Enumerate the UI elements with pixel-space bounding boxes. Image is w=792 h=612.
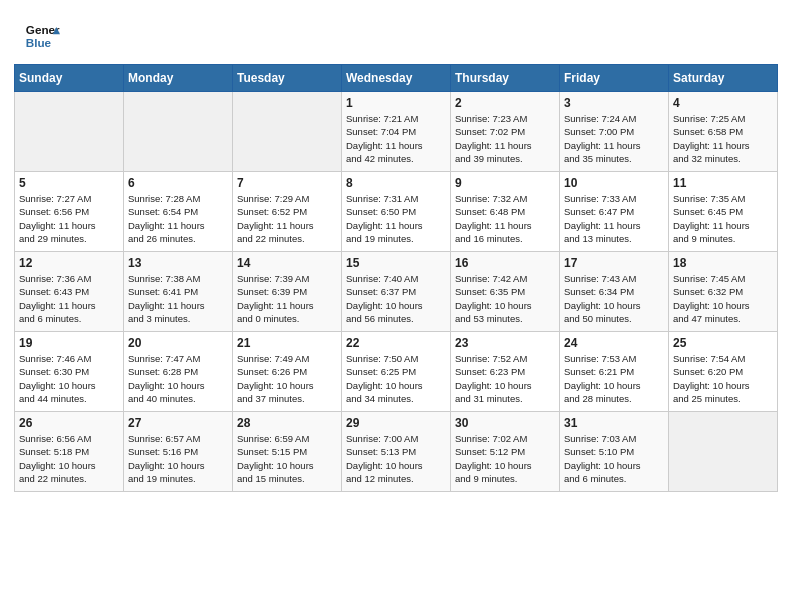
day-number: 24 bbox=[564, 336, 664, 350]
calendar-day-cell: 4Sunrise: 7:25 AM Sunset: 6:58 PM Daylig… bbox=[669, 92, 778, 172]
day-info: Sunrise: 7:47 AM Sunset: 6:28 PM Dayligh… bbox=[128, 352, 228, 405]
weekday-header-cell: Saturday bbox=[669, 65, 778, 92]
weekday-header-row: SundayMondayTuesdayWednesdayThursdayFrid… bbox=[15, 65, 778, 92]
day-info: Sunrise: 6:59 AM Sunset: 5:15 PM Dayligh… bbox=[237, 432, 337, 485]
day-number: 31 bbox=[564, 416, 664, 430]
svg-text:Blue: Blue bbox=[26, 36, 52, 49]
weekday-header-cell: Wednesday bbox=[342, 65, 451, 92]
day-info: Sunrise: 7:35 AM Sunset: 6:45 PM Dayligh… bbox=[673, 192, 773, 245]
calendar-day-cell: 18Sunrise: 7:45 AM Sunset: 6:32 PM Dayli… bbox=[669, 252, 778, 332]
weekday-header-cell: Sunday bbox=[15, 65, 124, 92]
calendar-day-cell: 28Sunrise: 6:59 AM Sunset: 5:15 PM Dayli… bbox=[233, 412, 342, 492]
calendar-week-row: 1Sunrise: 7:21 AM Sunset: 7:04 PM Daylig… bbox=[15, 92, 778, 172]
calendar-day-cell: 19Sunrise: 7:46 AM Sunset: 6:30 PM Dayli… bbox=[15, 332, 124, 412]
calendar-day-cell: 9Sunrise: 7:32 AM Sunset: 6:48 PM Daylig… bbox=[451, 172, 560, 252]
day-number: 30 bbox=[455, 416, 555, 430]
day-info: Sunrise: 6:57 AM Sunset: 5:16 PM Dayligh… bbox=[128, 432, 228, 485]
day-info: Sunrise: 7:24 AM Sunset: 7:00 PM Dayligh… bbox=[564, 112, 664, 165]
calendar-week-row: 5Sunrise: 7:27 AM Sunset: 6:56 PM Daylig… bbox=[15, 172, 778, 252]
calendar-table: SundayMondayTuesdayWednesdayThursdayFrid… bbox=[14, 64, 778, 492]
day-number: 3 bbox=[564, 96, 664, 110]
calendar-day-cell: 27Sunrise: 6:57 AM Sunset: 5:16 PM Dayli… bbox=[124, 412, 233, 492]
calendar-day-cell: 12Sunrise: 7:36 AM Sunset: 6:43 PM Dayli… bbox=[15, 252, 124, 332]
calendar-day-cell bbox=[15, 92, 124, 172]
day-number: 23 bbox=[455, 336, 555, 350]
day-info: Sunrise: 7:33 AM Sunset: 6:47 PM Dayligh… bbox=[564, 192, 664, 245]
day-number: 11 bbox=[673, 176, 773, 190]
calendar-body: 1Sunrise: 7:21 AM Sunset: 7:04 PM Daylig… bbox=[15, 92, 778, 492]
day-info: Sunrise: 7:53 AM Sunset: 6:21 PM Dayligh… bbox=[564, 352, 664, 405]
day-number: 29 bbox=[346, 416, 446, 430]
calendar-day-cell: 22Sunrise: 7:50 AM Sunset: 6:25 PM Dayli… bbox=[342, 332, 451, 412]
logo-icon: General Blue bbox=[24, 18, 60, 54]
day-info: Sunrise: 7:39 AM Sunset: 6:39 PM Dayligh… bbox=[237, 272, 337, 325]
day-number: 21 bbox=[237, 336, 337, 350]
day-number: 17 bbox=[564, 256, 664, 270]
weekday-header-cell: Friday bbox=[560, 65, 669, 92]
calendar-day-cell: 20Sunrise: 7:47 AM Sunset: 6:28 PM Dayli… bbox=[124, 332, 233, 412]
day-info: Sunrise: 7:03 AM Sunset: 5:10 PM Dayligh… bbox=[564, 432, 664, 485]
day-number: 18 bbox=[673, 256, 773, 270]
weekday-header-cell: Monday bbox=[124, 65, 233, 92]
day-info: Sunrise: 7:02 AM Sunset: 5:12 PM Dayligh… bbox=[455, 432, 555, 485]
calendar-day-cell: 21Sunrise: 7:49 AM Sunset: 6:26 PM Dayli… bbox=[233, 332, 342, 412]
day-number: 27 bbox=[128, 416, 228, 430]
calendar-day-cell: 7Sunrise: 7:29 AM Sunset: 6:52 PM Daylig… bbox=[233, 172, 342, 252]
calendar-day-cell: 3Sunrise: 7:24 AM Sunset: 7:00 PM Daylig… bbox=[560, 92, 669, 172]
day-number: 22 bbox=[346, 336, 446, 350]
calendar-day-cell: 10Sunrise: 7:33 AM Sunset: 6:47 PM Dayli… bbox=[560, 172, 669, 252]
calendar-day-cell: 2Sunrise: 7:23 AM Sunset: 7:02 PM Daylig… bbox=[451, 92, 560, 172]
calendar-day-cell: 31Sunrise: 7:03 AM Sunset: 5:10 PM Dayli… bbox=[560, 412, 669, 492]
logo: General Blue bbox=[24, 18, 60, 54]
calendar-day-cell: 24Sunrise: 7:53 AM Sunset: 6:21 PM Dayli… bbox=[560, 332, 669, 412]
calendar-day-cell: 15Sunrise: 7:40 AM Sunset: 6:37 PM Dayli… bbox=[342, 252, 451, 332]
day-number: 16 bbox=[455, 256, 555, 270]
day-number: 28 bbox=[237, 416, 337, 430]
calendar-day-cell: 17Sunrise: 7:43 AM Sunset: 6:34 PM Dayli… bbox=[560, 252, 669, 332]
calendar-day-cell: 14Sunrise: 7:39 AM Sunset: 6:39 PM Dayli… bbox=[233, 252, 342, 332]
day-info: Sunrise: 7:28 AM Sunset: 6:54 PM Dayligh… bbox=[128, 192, 228, 245]
day-number: 1 bbox=[346, 96, 446, 110]
day-number: 4 bbox=[673, 96, 773, 110]
day-info: Sunrise: 7:23 AM Sunset: 7:02 PM Dayligh… bbox=[455, 112, 555, 165]
calendar-day-cell: 8Sunrise: 7:31 AM Sunset: 6:50 PM Daylig… bbox=[342, 172, 451, 252]
day-info: Sunrise: 7:43 AM Sunset: 6:34 PM Dayligh… bbox=[564, 272, 664, 325]
svg-text:General: General bbox=[26, 23, 60, 36]
calendar-week-row: 12Sunrise: 7:36 AM Sunset: 6:43 PM Dayli… bbox=[15, 252, 778, 332]
day-info: Sunrise: 7:32 AM Sunset: 6:48 PM Dayligh… bbox=[455, 192, 555, 245]
calendar-week-row: 19Sunrise: 7:46 AM Sunset: 6:30 PM Dayli… bbox=[15, 332, 778, 412]
calendar-wrap: SundayMondayTuesdayWednesdayThursdayFrid… bbox=[0, 64, 792, 506]
day-number: 7 bbox=[237, 176, 337, 190]
day-number: 12 bbox=[19, 256, 119, 270]
day-info: Sunrise: 7:00 AM Sunset: 5:13 PM Dayligh… bbox=[346, 432, 446, 485]
day-info: Sunrise: 7:38 AM Sunset: 6:41 PM Dayligh… bbox=[128, 272, 228, 325]
day-number: 13 bbox=[128, 256, 228, 270]
calendar-day-cell: 23Sunrise: 7:52 AM Sunset: 6:23 PM Dayli… bbox=[451, 332, 560, 412]
calendar-day-cell: 29Sunrise: 7:00 AM Sunset: 5:13 PM Dayli… bbox=[342, 412, 451, 492]
day-number: 9 bbox=[455, 176, 555, 190]
calendar-day-cell: 11Sunrise: 7:35 AM Sunset: 6:45 PM Dayli… bbox=[669, 172, 778, 252]
day-info: Sunrise: 7:21 AM Sunset: 7:04 PM Dayligh… bbox=[346, 112, 446, 165]
calendar-day-cell bbox=[124, 92, 233, 172]
weekday-header-cell: Tuesday bbox=[233, 65, 342, 92]
day-info: Sunrise: 7:36 AM Sunset: 6:43 PM Dayligh… bbox=[19, 272, 119, 325]
calendar-day-cell: 30Sunrise: 7:02 AM Sunset: 5:12 PM Dayli… bbox=[451, 412, 560, 492]
day-info: Sunrise: 7:49 AM Sunset: 6:26 PM Dayligh… bbox=[237, 352, 337, 405]
calendar-day-cell: 13Sunrise: 7:38 AM Sunset: 6:41 PM Dayli… bbox=[124, 252, 233, 332]
day-info: Sunrise: 7:42 AM Sunset: 6:35 PM Dayligh… bbox=[455, 272, 555, 325]
day-number: 15 bbox=[346, 256, 446, 270]
day-number: 20 bbox=[128, 336, 228, 350]
day-number: 19 bbox=[19, 336, 119, 350]
calendar-week-row: 26Sunrise: 6:56 AM Sunset: 5:18 PM Dayli… bbox=[15, 412, 778, 492]
day-info: Sunrise: 7:27 AM Sunset: 6:56 PM Dayligh… bbox=[19, 192, 119, 245]
day-info: Sunrise: 7:31 AM Sunset: 6:50 PM Dayligh… bbox=[346, 192, 446, 245]
day-info: Sunrise: 7:25 AM Sunset: 6:58 PM Dayligh… bbox=[673, 112, 773, 165]
day-number: 25 bbox=[673, 336, 773, 350]
day-info: Sunrise: 7:40 AM Sunset: 6:37 PM Dayligh… bbox=[346, 272, 446, 325]
calendar-day-cell: 25Sunrise: 7:54 AM Sunset: 6:20 PM Dayli… bbox=[669, 332, 778, 412]
day-info: Sunrise: 7:52 AM Sunset: 6:23 PM Dayligh… bbox=[455, 352, 555, 405]
calendar-day-cell bbox=[669, 412, 778, 492]
day-info: Sunrise: 7:45 AM Sunset: 6:32 PM Dayligh… bbox=[673, 272, 773, 325]
weekday-header-cell: Thursday bbox=[451, 65, 560, 92]
calendar-day-cell bbox=[233, 92, 342, 172]
